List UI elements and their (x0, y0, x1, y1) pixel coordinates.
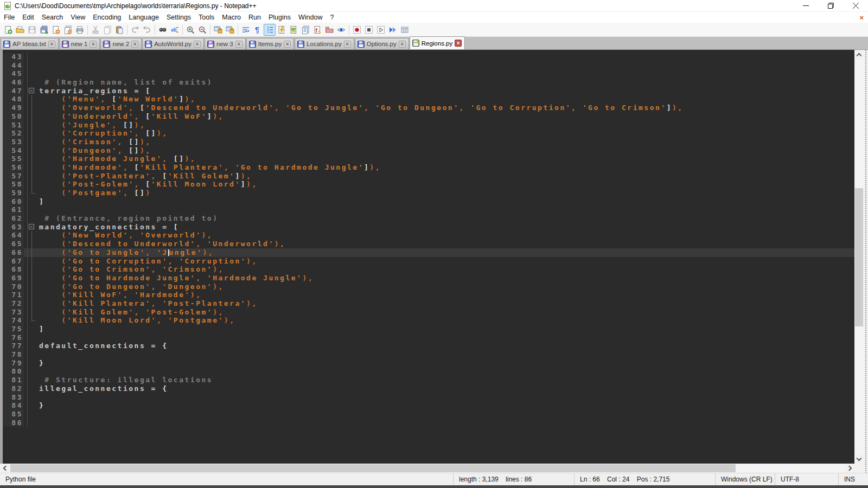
word-wrap-icon[interactable] (240, 24, 252, 36)
fold-margin[interactable] (24, 78, 38, 87)
code-line[interactable]: 61 (3, 206, 854, 214)
sync-horizontal-icon[interactable] (224, 24, 236, 36)
scroll-right-button[interactable] (845, 464, 854, 473)
tab-autoworld.py[interactable]: AutoWorld.py× (142, 38, 204, 49)
fold-collapse-icon[interactable] (29, 88, 34, 93)
fold-margin[interactable] (24, 240, 38, 248)
code-line[interactable]: 50 ('Underworld', ['Kill WoF']), (3, 112, 854, 121)
code-area[interactable]: 43444546 # (Region name, list of exits)4… (3, 53, 854, 427)
close-file-icon[interactable] (50, 24, 62, 36)
code-line[interactable]: 49 ('Overworld', ['Descend to Underworld… (3, 104, 854, 112)
menu-item-run[interactable]: Run (245, 12, 265, 22)
tab-close-icon[interactable]: × (194, 41, 201, 48)
code-line[interactable]: 44 (3, 61, 854, 70)
status-insert-mode[interactable]: INS (838, 473, 868, 485)
code-line[interactable]: 86 (3, 419, 854, 427)
replace-icon[interactable]: ab (169, 24, 181, 36)
menu-item-plugins[interactable]: Plugins (265, 12, 295, 22)
macro-save-icon[interactable] (399, 24, 411, 36)
fold-margin[interactable] (24, 172, 38, 181)
code-line[interactable]: 81 # Structure: illegal locations (3, 376, 854, 384)
new-file-icon[interactable] (2, 24, 14, 36)
document-list-icon[interactable] (299, 24, 311, 36)
zoom-in-icon[interactable] (184, 24, 196, 36)
tab-items.py[interactable]: Items.py× (246, 38, 294, 49)
fold-margin[interactable] (24, 53, 38, 61)
code-line[interactable]: 84} (3, 401, 854, 410)
menu-item-view[interactable]: View (67, 12, 89, 22)
fold-margin[interactable] (24, 104, 38, 112)
macro-stop-icon[interactable] (363, 24, 375, 36)
code-line[interactable]: 79} (3, 359, 854, 368)
fold-margin[interactable] (24, 138, 38, 146)
fold-margin[interactable] (24, 206, 38, 214)
close-button[interactable] (843, 0, 868, 11)
code-line[interactable]: 72 ('Kill Plantera', 'Post-Plantera'), (3, 299, 854, 308)
fold-margin[interactable] (24, 121, 38, 130)
tab-new-1[interactable]: new 1× (59, 38, 100, 49)
code-line[interactable]: 59 ('Postgame', []) (3, 189, 854, 197)
code-line[interactable]: 69 ('Go to Hardmode Jungle', 'Hardmode J… (3, 274, 854, 282)
save-icon[interactable] (26, 24, 38, 36)
code-line[interactable]: 43 (3, 53, 854, 61)
tab-close-icon[interactable]: × (399, 41, 406, 48)
fold-collapse-icon[interactable] (29, 224, 34, 229)
code-line[interactable]: 60] (3, 197, 854, 206)
redo-icon[interactable] (141, 24, 153, 36)
fold-margin[interactable] (24, 265, 38, 274)
macro-record-icon[interactable] (351, 24, 363, 36)
fold-margin[interactable] (24, 69, 38, 78)
code-line[interactable]: 73 ('Kill Golem', 'Post-Golem'), (3, 308, 854, 317)
fold-margin[interactable] (24, 257, 38, 266)
tab-ap-ideas.txt[interactable]: AP Ideas.txt× (1, 38, 59, 49)
fold-margin[interactable] (24, 248, 38, 257)
code-line[interactable]: 53 ('Crimson', []), (3, 138, 854, 146)
code-line[interactable]: 78 (3, 350, 854, 359)
fold-margin[interactable] (24, 419, 38, 427)
monitoring-icon[interactable] (335, 24, 347, 36)
fold-margin[interactable] (24, 291, 38, 299)
code-line[interactable]: 48 ('Menu', ['New World']), (3, 95, 854, 104)
status-cursor-position[interactable]: Ln : 66 Col : 24 Pos : 2,715 (574, 473, 715, 485)
fold-margin[interactable] (24, 384, 38, 393)
tab-regions.py[interactable]: Regions.py× (410, 36, 465, 49)
fold-margin[interactable] (24, 325, 38, 333)
tab-close-icon[interactable]: × (235, 41, 242, 48)
code-line[interactable]: 74 ('Kill Moon Lord', 'Postgame'), (3, 316, 854, 325)
fold-margin[interactable] (24, 282, 38, 291)
tab-close-icon[interactable]: × (455, 40, 462, 47)
fold-margin[interactable] (24, 189, 38, 197)
scroll-down-button[interactable] (854, 454, 864, 464)
fold-margin[interactable] (24, 231, 38, 240)
status-eol-format[interactable]: Windows (CR LF) (715, 473, 775, 485)
code-line[interactable]: 62 # (Entrance, region pointed to) (3, 214, 854, 223)
horizontal-scroll-track[interactable] (9, 464, 845, 473)
minimize-button[interactable] (793, 0, 818, 11)
fold-margin[interactable] (24, 87, 38, 95)
tab-close-icon[interactable]: × (284, 41, 291, 48)
menu-item-search[interactable]: Search (38, 12, 67, 22)
scroll-up-button[interactable] (854, 50, 864, 59)
code-line[interactable]: 54 ('Dungeon', []), (3, 146, 854, 155)
cut-icon[interactable] (90, 24, 101, 36)
fold-margin[interactable] (24, 214, 38, 223)
code-line[interactable]: 55 ('Hardmode Jungle', []), (3, 155, 854, 163)
indent-guide-icon[interactable] (264, 24, 276, 36)
save-all-icon[interactable] (38, 24, 50, 36)
fold-margin[interactable] (24, 401, 38, 410)
code-line[interactable]: 71 ('Kill WoF', 'Hardmode'), (3, 291, 854, 299)
code-line[interactable]: 77default_connections = { (3, 342, 854, 350)
fold-margin[interactable] (24, 223, 38, 232)
status-length-lines[interactable]: length : 3,139 lines : 86 (453, 473, 574, 485)
copy-icon[interactable] (101, 24, 113, 36)
restore-button[interactable] (818, 0, 843, 11)
code-line[interactable]: 45 (3, 69, 854, 78)
code-line[interactable]: 46 # (Region name, list of exits) (3, 78, 854, 87)
fold-margin[interactable] (24, 180, 38, 189)
menu-item-settings[interactable]: Settings (163, 12, 195, 22)
fold-margin[interactable] (24, 308, 38, 317)
menu-item-window[interactable]: Window (295, 12, 326, 22)
tab-close-icon[interactable]: × (48, 41, 55, 48)
status-doc-type[interactable]: Python file (0, 473, 453, 485)
code-line[interactable]: 83 (3, 393, 854, 402)
